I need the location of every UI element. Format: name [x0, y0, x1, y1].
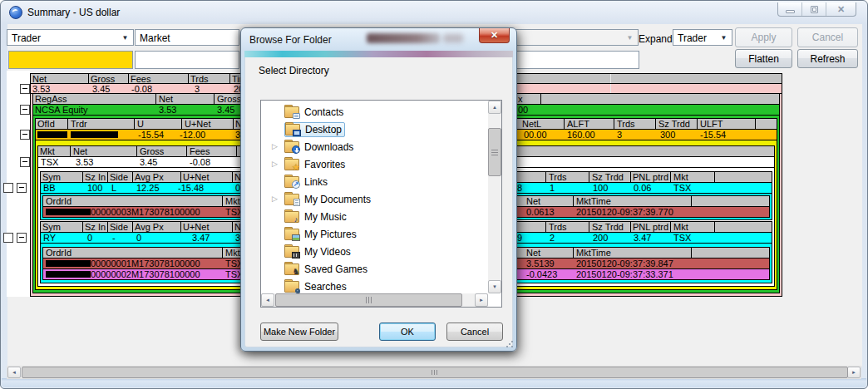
select-directory-label: Select Directory [259, 65, 329, 76]
apply-button[interactable]: Apply [735, 27, 792, 47]
tree-item-my-videos[interactable]: My Videos [261, 243, 486, 260]
folder-icon [284, 246, 298, 257]
documents-overlay-icon [293, 199, 300, 206]
tree-item-links[interactable]: ↗Links [261, 173, 486, 190]
column-header: Gross [140, 146, 164, 156]
refresh-button[interactable]: Refresh [797, 49, 858, 68]
grid-cell: 2 [550, 233, 555, 243]
tree-item-my-pictures[interactable]: My Pictures [261, 225, 486, 243]
column-header: Side [110, 172, 128, 182]
row-checkbox[interactable] [3, 183, 13, 193]
expand-combobox-value: Trader [678, 32, 707, 44]
collapse-button[interactable] [20, 105, 30, 115]
grid-cell: NCSA Equity [35, 105, 88, 115]
redacted-value [71, 131, 118, 138]
grid-cell: 100 [593, 183, 608, 193]
column-separator [610, 74, 611, 83]
column-header: Gross [217, 94, 241, 104]
flatten-button[interactable]: Flatten [735, 49, 792, 68]
grid-cell: 200 [593, 233, 608, 243]
scroll-right-arrow[interactable]: ► [475, 293, 488, 307]
scroll-left-arrow[interactable]: ◄ [261, 293, 274, 307]
tree-item-saved-games[interactable]: ♞Saved Games [261, 260, 486, 278]
column-header: Trds [190, 74, 209, 83]
column-separator [714, 221, 715, 233]
column-separator [697, 118, 698, 130]
scroll-right-arrow[interactable]: ► [847, 367, 861, 378]
collapse-button[interactable] [20, 157, 30, 167]
searches-overlay-icon [295, 288, 300, 293]
column-separator [180, 171, 181, 183]
grid-cell: 0 [87, 233, 92, 243]
column-separator [714, 171, 715, 183]
dialog-cancel-button[interactable]: Cancel [446, 323, 503, 341]
scroll-thumb[interactable] [22, 367, 848, 378]
scroll-thumb[interactable] [275, 293, 462, 307]
grid-cell: 00.00 [524, 130, 547, 140]
minimize-button[interactable] [778, 2, 802, 16]
tree-item-contacts[interactable]: Contacts [261, 103, 486, 121]
scroll-thumb[interactable] [488, 128, 501, 176]
grid-cell: 20150120-09:37:33.371 [576, 269, 673, 279]
column-header: Net [526, 248, 540, 258]
dialog-close-button[interactable]: ✕ [479, 28, 510, 43]
tree-item-my-music[interactable]: ♪My Music [261, 208, 486, 225]
downloads-overlay-icon [292, 145, 300, 154]
tree-vscrollbar[interactable]: ▲ ▼ [488, 101, 501, 293]
expander-icon[interactable]: ▷ [272, 142, 278, 150]
row-checkbox[interactable] [3, 233, 13, 243]
expander-icon[interactable]: ▷ [272, 194, 278, 203]
tree-item-favorites[interactable]: ▷★Favorites [261, 155, 486, 173]
main-hscrollbar[interactable]: ◄ ► [7, 366, 861, 379]
column-separator [236, 145, 237, 157]
collapse-button[interactable] [17, 233, 27, 243]
maximize-button[interactable] [802, 2, 826, 16]
yellow-filter-input[interactable] [8, 51, 133, 69]
column-separator [232, 221, 233, 233]
collapse-button[interactable] [20, 84, 30, 94]
column-header: Avg Px [135, 222, 164, 232]
grid-cell: 160.00 [567, 130, 595, 140]
market-combobox[interactable]: Market [135, 29, 239, 46]
folder-tree: ContactsDesktop▷Downloads▷★Favorites↗Lin… [260, 100, 502, 308]
tree-item-downloads[interactable]: ▷Downloads [261, 138, 486, 155]
expand-combobox[interactable]: Trader ▼ [673, 29, 732, 46]
scroll-up-arrow[interactable]: ▲ [488, 101, 501, 114]
column-separator [630, 171, 631, 183]
make-new-folder-button[interactable]: Make New Folder [260, 323, 338, 341]
column-header: OrdrId [46, 196, 72, 206]
grid-cell: -0.0423 [526, 269, 557, 279]
tree-item-label: Desktop [303, 123, 344, 136]
column-header: Mkt [40, 146, 55, 156]
tree-item-desktop[interactable]: Desktop [261, 121, 486, 138]
column-header: Avg Px [135, 172, 164, 182]
tree-hscrollbar[interactable]: ◄ ► [261, 293, 488, 307]
collapse-button[interactable] [20, 130, 30, 140]
expander-icon[interactable]: ▷ [272, 160, 278, 168]
redacted-value [37, 131, 67, 138]
scroll-left-arrow[interactable]: ◄ [7, 367, 21, 378]
filter-input-2[interactable] [135, 51, 239, 69]
collapse-button[interactable] [17, 183, 27, 193]
tree-item-searches[interactable]: Searches [261, 278, 486, 295]
grid-cell: 1 [550, 183, 555, 193]
ok-button[interactable]: OK [379, 323, 436, 341]
cancel-button[interactable]: Cancel [797, 27, 858, 47]
scroll-down-arrow[interactable]: ▼ [488, 280, 501, 293]
column-separator [573, 247, 574, 259]
grid-cell: -12.00 [180, 130, 205, 140]
folder-icon: ♞ [284, 263, 298, 274]
trader-combobox[interactable]: Trader ▼ [7, 29, 134, 46]
column-separator [134, 118, 135, 130]
resize-grip[interactable] [506, 340, 514, 348]
folder-icon: ♪ [284, 211, 298, 222]
tree-item-my-documents[interactable]: ▷My Documents [261, 190, 486, 208]
column-separator [82, 171, 83, 183]
grid-cell: 0 [136, 233, 141, 243]
close-button[interactable]: ✕ [826, 2, 856, 16]
grid-cell: BB [43, 183, 56, 193]
column-separator [70, 145, 71, 157]
column-separator [222, 247, 223, 259]
favorites-overlay-icon: ★ [292, 163, 300, 171]
column-separator [545, 221, 546, 233]
